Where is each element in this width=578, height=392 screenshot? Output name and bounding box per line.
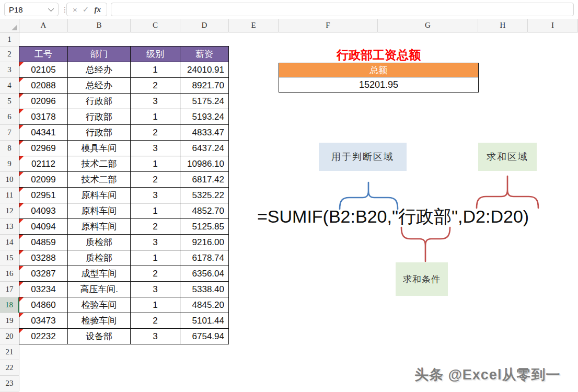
table-cell[interactable]: 03473	[19, 313, 68, 329]
column-header-B[interactable]: B	[68, 19, 131, 32]
table-cell[interactable]: 03178	[19, 109, 68, 125]
table-cell[interactable]: 02951	[19, 188, 68, 203]
table-cell[interactable]: 02099	[19, 172, 68, 188]
table-header-cell[interactable]: 薪资	[180, 47, 229, 62]
table-cell[interactable]: 4833.47	[180, 125, 229, 141]
table-cell[interactable]: 6178.74	[180, 250, 229, 266]
row-header-1[interactable]: 1	[0, 32, 19, 47]
table-cell[interactable]: 03234	[19, 282, 68, 297]
table-cell[interactable]: 6437.24	[180, 141, 229, 156]
table-cell[interactable]: 24010.91	[180, 62, 229, 78]
table-cell[interactable]: 04093	[19, 203, 68, 219]
table-cell[interactable]: 02112	[19, 156, 68, 172]
column-header-G[interactable]: G	[378, 19, 478, 32]
row-header-3[interactable]: 3	[0, 62, 19, 78]
table-cell[interactable]: 检验车间	[68, 297, 131, 313]
table-cell[interactable]: 5338.40	[180, 282, 229, 297]
table-cell[interactable]: 总经办	[68, 78, 131, 94]
select-all-corner[interactable]	[0, 19, 19, 32]
table-cell[interactable]: 3	[131, 282, 180, 297]
table-cell[interactable]: 9216.00	[180, 235, 229, 250]
row-header-15[interactable]: 15	[0, 250, 19, 266]
row-header-17[interactable]: 17	[0, 282, 19, 297]
table-cell[interactable]: 5125.85	[180, 219, 229, 235]
table-cell[interactable]: 2	[131, 313, 180, 329]
table-cell[interactable]: 2	[131, 125, 180, 141]
table-cell[interactable]: 2	[131, 78, 180, 94]
table-header-cell[interactable]: 工号	[19, 47, 68, 62]
table-cell[interactable]: 02088	[19, 78, 68, 94]
row-header-22[interactable]: 22	[0, 360, 19, 376]
table-cell[interactable]: 1	[131, 109, 180, 125]
row-header-23[interactable]: 23	[0, 376, 19, 391]
column-header-D[interactable]: D	[180, 19, 229, 32]
row-header-4[interactable]: 4	[0, 78, 19, 94]
row-header-2[interactable]: 2	[0, 47, 19, 62]
table-cell[interactable]: 6754.94	[180, 329, 229, 344]
table-cell[interactable]: 原料车间	[68, 219, 131, 235]
row-header-5[interactable]: 5	[0, 94, 19, 109]
column-header-F[interactable]: F	[279, 19, 378, 32]
summary-value-cell[interactable]: 15201.95	[279, 77, 478, 92]
table-cell[interactable]: 4845.20	[180, 297, 229, 313]
table-header-cell[interactable]: 级别	[131, 47, 180, 62]
insert-function-icon[interactable]: fx	[94, 5, 101, 14]
summary-header-cell[interactable]: 总额	[279, 63, 478, 77]
formula-bar-input[interactable]	[111, 3, 574, 16]
row-header-19[interactable]: 19	[0, 313, 19, 329]
table-cell[interactable]: 04860	[19, 297, 68, 313]
table-cell[interactable]: 04341	[19, 125, 68, 141]
row-header-11[interactable]: 11	[0, 188, 19, 203]
table-cell[interactable]: 成型车间	[68, 266, 131, 282]
table-cell[interactable]: 原料车间	[68, 203, 131, 219]
row-header-12[interactable]: 12	[0, 203, 19, 219]
table-cell[interactable]: 5175.24	[180, 94, 229, 109]
table-cell[interactable]: 03287	[19, 266, 68, 282]
table-cell[interactable]: 10986.10	[180, 156, 229, 172]
row-header-13[interactable]: 13	[0, 219, 19, 235]
row-header-9[interactable]: 9	[0, 156, 19, 172]
row-header-18[interactable]: 18	[0, 297, 19, 313]
table-cell[interactable]: 质检部	[68, 235, 131, 250]
table-cell[interactable]: 2	[131, 266, 180, 282]
table-cell[interactable]: 1	[131, 62, 180, 78]
table-cell[interactable]: 5101.44	[180, 313, 229, 329]
column-header-C[interactable]: C	[131, 19, 180, 32]
table-cell[interactable]: 设备部	[68, 329, 131, 344]
table-cell[interactable]: 原料车间	[68, 188, 131, 203]
column-header-E[interactable]: E	[229, 19, 279, 32]
table-cell[interactable]: 高压车间.	[68, 282, 131, 297]
table-cell[interactable]: 5325.22	[180, 188, 229, 203]
table-cell[interactable]: 行政部	[68, 125, 131, 141]
table-cell[interactable]: 02232	[19, 329, 68, 344]
table-cell[interactable]: 6817.42	[180, 172, 229, 188]
table-cell[interactable]: 03288	[19, 250, 68, 266]
table-cell[interactable]: 模具车间	[68, 141, 131, 156]
table-cell[interactable]: 6356.04	[180, 266, 229, 282]
table-cell[interactable]: 检验车间	[68, 313, 131, 329]
table-cell[interactable]: 02969	[19, 141, 68, 156]
row-header-20[interactable]: 20	[0, 329, 19, 344]
table-cell[interactable]: 3	[131, 188, 180, 203]
table-cell[interactable]: 04094	[19, 219, 68, 235]
table-cell[interactable]: 总经办	[68, 62, 131, 78]
table-cell[interactable]: 行政部	[68, 94, 131, 109]
name-box[interactable]: P18	[4, 3, 59, 16]
table-cell[interactable]: 技术二部	[68, 156, 131, 172]
table-cell[interactable]: 1	[131, 250, 180, 266]
table-cell[interactable]: 1	[131, 297, 180, 313]
table-cell[interactable]: 2	[131, 219, 180, 235]
row-header-16[interactable]: 16	[0, 266, 19, 282]
column-header-H[interactable]: H	[478, 19, 528, 32]
table-cell[interactable]: 02096	[19, 94, 68, 109]
table-cell[interactable]: 1	[131, 203, 180, 219]
row-header-10[interactable]: 10	[0, 172, 19, 188]
table-cell[interactable]: 3	[131, 141, 180, 156]
column-header-I[interactable]: I	[528, 19, 578, 32]
table-cell[interactable]: 8921.70	[180, 78, 229, 94]
table-cell[interactable]: 1	[131, 156, 180, 172]
table-cell[interactable]: 4852.70	[180, 203, 229, 219]
cancel-icon[interactable]: ×	[73, 5, 77, 14]
table-cell[interactable]: 2	[131, 172, 180, 188]
table-cell[interactable]: 3	[131, 329, 180, 344]
